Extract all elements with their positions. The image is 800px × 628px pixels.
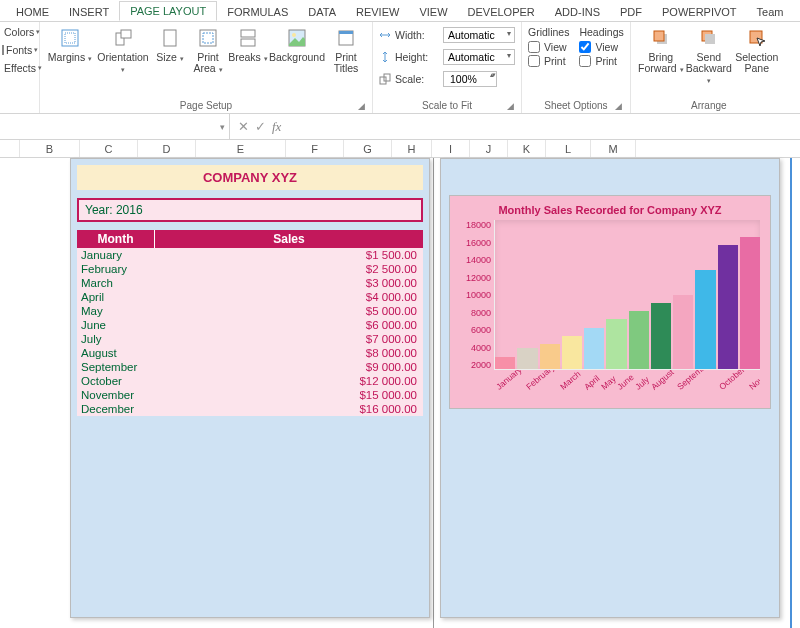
- svg-rect-5: [200, 30, 216, 46]
- name-box[interactable]: [0, 114, 230, 139]
- enter-icon[interactable]: ✓: [255, 119, 266, 134]
- arrange-label: Arrange: [691, 100, 727, 111]
- themes-fonts[interactable]: Fonts▾: [2, 44, 37, 56]
- year-cell[interactable]: Year: 2016: [77, 198, 423, 222]
- sheet-options-launcher[interactable]: ◢: [614, 101, 624, 111]
- tab-view[interactable]: VIEW: [409, 3, 457, 21]
- themes-effects[interactable]: Effects▾: [2, 62, 37, 74]
- scale-spinner[interactable]: 100%: [443, 71, 497, 87]
- chart-bar: [673, 295, 693, 370]
- column-header-C[interactable]: C: [80, 140, 138, 157]
- sheet-options-group: Gridlines View Print Headings View Print…: [522, 22, 631, 113]
- table-row[interactable]: November$15 000.00: [77, 388, 423, 402]
- table-row[interactable]: September$9 000.00: [77, 360, 423, 374]
- size-button[interactable]: Size ▾: [152, 24, 188, 64]
- headings-view-checkbox[interactable]: View: [579, 41, 623, 53]
- table-row[interactable]: May$5 000.00: [77, 304, 423, 318]
- table-row[interactable]: July$7 000.00: [77, 332, 423, 346]
- svg-rect-16: [654, 31, 664, 41]
- tab-team[interactable]: Team: [747, 3, 794, 21]
- bring-forward-button[interactable]: Bring Forward ▾: [637, 24, 685, 75]
- chart-bar: [517, 348, 537, 369]
- table-row[interactable]: December$16 000.00: [77, 402, 423, 416]
- tab-page-layout[interactable]: PAGE LAYOUT: [119, 1, 217, 21]
- send-backward-button[interactable]: Send Backward ▾: [685, 24, 733, 86]
- column-header-I[interactable]: I: [432, 140, 470, 157]
- chart-bar: [562, 336, 582, 369]
- column-header-D[interactable]: D: [138, 140, 196, 157]
- table-row[interactable]: October$12 000.00: [77, 374, 423, 388]
- chart-y-axis: 1800016000140001200010000800060004000200…: [460, 220, 494, 370]
- column-header-J[interactable]: J: [470, 140, 508, 157]
- table-row[interactable]: August$8 000.00: [77, 346, 423, 360]
- scale-icon: [379, 73, 391, 85]
- size-icon: [160, 28, 180, 48]
- themes-group: Colors▾ Fonts▾ Effects▾: [0, 22, 40, 113]
- tab-review[interactable]: REVIEW: [346, 3, 409, 21]
- page-2[interactable]: Monthly Sales Recorded for Company XYZ 1…: [440, 158, 780, 618]
- orientation-button[interactable]: Orientation ▾: [94, 24, 152, 75]
- breaks-button[interactable]: Breaks ▾: [228, 24, 268, 64]
- print-area-icon: [198, 28, 218, 48]
- width-dropdown[interactable]: Automatic: [443, 27, 515, 43]
- scale-to-fit-group: Width: Automatic Height: Automatic Scale…: [373, 22, 522, 113]
- tab-powerpivot[interactable]: POWERPIVOT: [652, 3, 747, 21]
- tab-add-ins[interactable]: ADD-INS: [545, 3, 610, 21]
- chart-bar: [606, 319, 626, 369]
- page-setup-launcher[interactable]: ◢: [356, 101, 366, 111]
- scale-label: Scale:: [395, 73, 439, 85]
- fx-icon[interactable]: fx: [272, 119, 281, 135]
- chart[interactable]: Monthly Sales Recorded for Company XYZ 1…: [449, 195, 771, 409]
- ribbon-tabs: HOMEINSERTPAGE LAYOUTFORMULASDATAREVIEWV…: [0, 0, 800, 22]
- height-icon: [379, 51, 391, 63]
- headings-print-checkbox[interactable]: Print: [579, 55, 623, 67]
- column-header-G[interactable]: G: [344, 140, 392, 157]
- page-1[interactable]: COMPANY XYZ Year: 2016 Month Sales Janua…: [70, 158, 430, 618]
- column-header-K[interactable]: K: [508, 140, 546, 157]
- tab-pdf[interactable]: PDF: [610, 3, 652, 21]
- gridlines-print-checkbox[interactable]: Print: [528, 55, 569, 67]
- tab-data[interactable]: DATA: [298, 3, 346, 21]
- chart-bar: [495, 357, 515, 369]
- sheet-options-label: Sheet Options: [544, 100, 607, 111]
- scale-to-fit-launcher[interactable]: ◢: [505, 101, 515, 111]
- column-header-L[interactable]: L: [546, 140, 591, 157]
- gridlines-view-checkbox[interactable]: View: [528, 41, 569, 53]
- table-row[interactable]: March$3 000.00: [77, 276, 423, 290]
- column-header-H[interactable]: H: [392, 140, 432, 157]
- page-edge-line: [790, 158, 792, 628]
- chart-bar: [718, 245, 738, 369]
- tab-insert[interactable]: INSERT: [59, 3, 119, 21]
- svg-rect-18: [705, 34, 715, 44]
- table-row[interactable]: February$2 500.00: [77, 262, 423, 276]
- sales-table: Month Sales January$1 500.00February$2 5…: [77, 230, 423, 416]
- selection-pane-icon: [747, 28, 767, 48]
- column-header-M[interactable]: M: [591, 140, 636, 157]
- table-row[interactable]: April$4 000.00: [77, 290, 423, 304]
- tab-home[interactable]: HOME: [6, 3, 59, 21]
- chart-bar: [695, 270, 715, 369]
- arrange-group: Bring Forward ▾ Send Backward ▾ Selectio…: [631, 22, 787, 113]
- themes-colors[interactable]: Colors▾: [2, 26, 37, 38]
- breaks-icon: [238, 28, 258, 48]
- print-area-button[interactable]: Print Area ▾: [188, 24, 228, 75]
- height-dropdown[interactable]: Automatic: [443, 49, 515, 65]
- column-header-B[interactable]: B: [20, 140, 80, 157]
- margins-button[interactable]: Margins ▾: [46, 24, 94, 64]
- tab-developer[interactable]: DEVELOPER: [458, 3, 545, 21]
- chart-x-axis: JanuaryFebruaryMarchAprilMayJuneJulyAugu…: [460, 374, 760, 384]
- cancel-icon[interactable]: ✕: [238, 119, 249, 134]
- width-icon: [379, 29, 391, 41]
- print-titles-button[interactable]: Print Titles: [326, 24, 366, 74]
- column-header-E[interactable]: E: [196, 140, 286, 157]
- table-row[interactable]: January$1 500.00: [77, 248, 423, 262]
- chart-bar: [629, 311, 649, 369]
- table-row[interactable]: June$6 000.00: [77, 318, 423, 332]
- tab-formulas[interactable]: FORMULAS: [217, 3, 298, 21]
- column-header-F[interactable]: F: [286, 140, 344, 157]
- selection-pane-button[interactable]: Selection Pane: [733, 24, 781, 74]
- orientation-icon: [113, 28, 133, 48]
- chart-bar: [740, 237, 760, 369]
- background-button[interactable]: Background: [268, 24, 326, 63]
- bring-forward-icon: [651, 28, 671, 48]
